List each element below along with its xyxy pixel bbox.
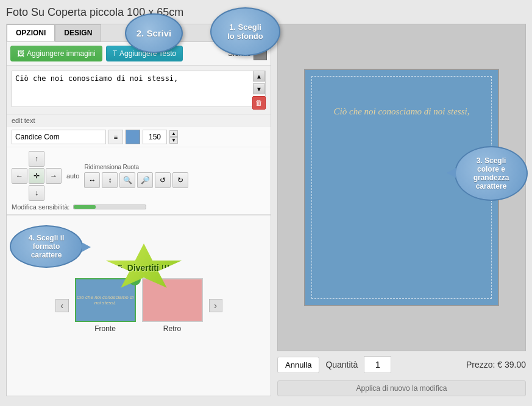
- size-up-button[interactable]: ▲: [169, 130, 178, 137]
- main-container: Foto Su Coperta piccola 100 x 65cm 2. Sc…: [0, 0, 532, 406]
- delete-button[interactable]: 🗑: [252, 96, 266, 110]
- starburst-inner: 5. Divertiti !!!: [104, 243, 183, 292]
- left-panel: OPZIONI DESIGN 🖼 Aggiungere immagini T A…: [6, 24, 271, 396]
- flip-v-btn[interactable]: ↕: [102, 172, 118, 188]
- move-right-btn[interactable]: →: [46, 168, 62, 184]
- zoom-in-btn[interactable]: 🔍: [119, 172, 135, 188]
- bubble-sfondo: 1. Scegli lo sfondo: [210, 7, 280, 56]
- resize-rotate-group: Ridimensiona Ruota ↔ ↕ 🔍 🔎 ↺ ↻: [84, 164, 188, 188]
- bubble-scrivi: 2. Scrivi: [125, 13, 183, 53]
- image-icon: 🖼: [17, 49, 24, 58]
- text-icon: T: [113, 49, 117, 58]
- move-grid: ↑ ← ✛ → ↓: [12, 151, 62, 201]
- size-spinner: ▲ ▼: [169, 130, 178, 144]
- preview-text: Ciò che noi conosciamo di noi stessi,: [317, 107, 486, 117]
- zoom-out-btn[interactable]: 🔎: [137, 172, 153, 188]
- rotate-ccw-btn[interactable]: ↺: [155, 172, 171, 188]
- sensitivity-row: Modifica sensibilità:: [12, 203, 266, 211]
- transform-row-labels: Ridimensiona Ruota: [84, 164, 188, 170]
- annulla-button[interactable]: Annulla: [277, 357, 319, 373]
- bubble-colore: 3. Scegli colore e grandezza carattere: [455, 146, 528, 201]
- move-up-btn[interactable]: ↑: [29, 151, 44, 167]
- bubble-formato: 4. Scegli il formato carattere: [10, 225, 83, 268]
- content-area: OPZIONI DESIGN 🖼 Aggiungere immagini T A…: [6, 24, 526, 396]
- applica-button[interactable]: Applica di nuovo la modifica: [277, 380, 526, 396]
- sensitivity-fill: [74, 205, 95, 209]
- main-text-input[interactable]: [12, 71, 266, 107]
- align-button[interactable]: ≡: [108, 130, 123, 144]
- size-down-button[interactable]: ▼: [169, 137, 178, 144]
- bubble-divertiti: 5. Divertiti !!!: [104, 243, 183, 292]
- flip-h-btn[interactable]: ↔: [84, 172, 100, 188]
- move-left-btn[interactable]: ←: [12, 168, 27, 184]
- bottom-controls: Annulla Quantità Prezzo: € 39.00: [277, 351, 526, 378]
- move-center-btn[interactable]: ✛: [29, 168, 44, 184]
- next-thumb-button[interactable]: ›: [209, 299, 222, 312]
- quantita-input[interactable]: [364, 356, 391, 373]
- edit-text-label: edit text: [7, 114, 271, 127]
- transform-btn-row1: ↔ ↕ 🔍 🔎 ↺ ↻: [84, 172, 188, 188]
- font-input[interactable]: [12, 130, 106, 144]
- move-up-button[interactable]: ▲: [253, 71, 265, 82]
- tab-design[interactable]: DESIGN: [55, 24, 101, 41]
- text-area-wrapper: ▲ ▼ 🗑: [7, 66, 271, 114]
- font-row: ≡ ▲ ▼: [7, 127, 271, 147]
- preview-area: Ciò che noi conosciamo di noi stessi, 3.…: [277, 24, 526, 351]
- sensitivity-bar[interactable]: [73, 205, 146, 209]
- rotate-cw-btn[interactable]: ↻: [172, 172, 188, 188]
- move-down-btn[interactable]: ↓: [29, 185, 44, 201]
- transform-row: ↑ ← ✛ → ↓ auto Ridimensiona: [12, 151, 266, 201]
- color-picker[interactable]: [126, 130, 140, 144]
- add-images-button[interactable]: 🖼 Aggiungere immagini: [10, 46, 102, 61]
- right-panel: Ciò che noi conosciamo di noi stessi, 3.…: [277, 24, 526, 396]
- font-size-input[interactable]: [143, 130, 167, 144]
- transform-controls: ↑ ← ✛ → ↓ auto Ridimensiona: [7, 147, 271, 215]
- move-down-button[interactable]: ▼: [253, 83, 265, 94]
- tab-opzioni[interactable]: OPZIONI: [7, 24, 55, 41]
- prev-thumb-button[interactable]: ‹: [55, 299, 69, 312]
